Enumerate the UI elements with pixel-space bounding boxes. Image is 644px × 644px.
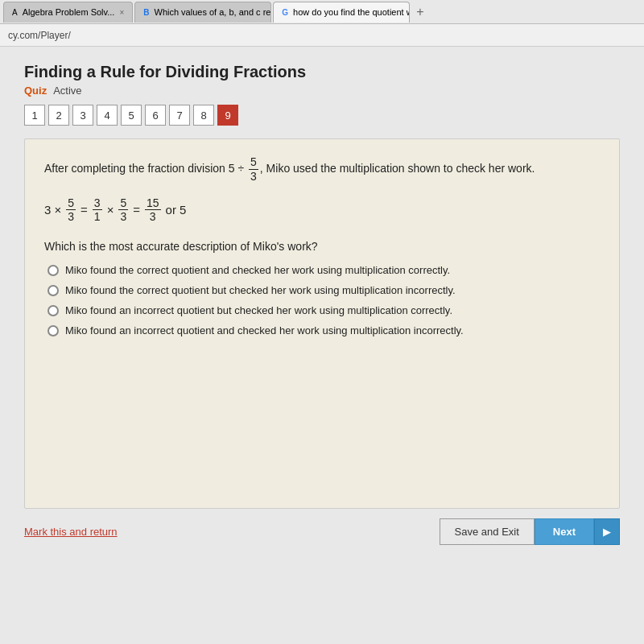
bottom-buttons: Save and Exit Next ▶ (440, 518, 620, 545)
math-frac-4-num: 15 (145, 196, 161, 211)
radio-3[interactable] (47, 305, 59, 316)
q-num-3[interactable]: 3 (72, 105, 93, 126)
question-card: After completing the fraction division 5… (24, 138, 620, 509)
tab-3-icon: G (282, 8, 288, 17)
math-frac-3: 5 3 (118, 196, 128, 225)
save-exit-button[interactable]: Save and Exit (440, 518, 535, 545)
inline-fraction: 53 (249, 155, 258, 184)
quiz-label: Quiz (24, 85, 47, 97)
browser-tabs: A Algebra Problem Solv... × B Which valu… (0, 0, 644, 24)
radio-2[interactable] (47, 285, 59, 296)
inline-fraction-num: 5 (249, 155, 258, 170)
option-2[interactable]: Miko found the correct quotient but chec… (47, 284, 600, 296)
url-text: cy.com/Player/ (8, 30, 71, 41)
math-frac-2: 3 1 (93, 196, 102, 225)
address-bar: cy.com/Player/ (0, 24, 644, 47)
math-frac-1: 5 3 (66, 196, 76, 225)
tab-3-label: how do you find the quotient wit... (293, 7, 410, 17)
tab-1-icon: A (12, 8, 18, 17)
tab-1[interactable]: A Algebra Problem Solv... × (3, 2, 133, 23)
tab-3[interactable]: G how do you find the quotient wit... × (273, 2, 410, 23)
math-frac-1-num: 5 (66, 196, 76, 211)
tab-2-label: Which values of a, b, and c repre... (155, 7, 272, 17)
tab-1-close[interactable]: × (119, 8, 124, 17)
question-intro: After completing the fraction division 5… (44, 155, 600, 184)
math-coeff: 3 × (44, 203, 61, 217)
mark-return-button[interactable]: Mark this and return (24, 526, 118, 538)
math-frac-2-num: 3 (93, 196, 102, 211)
math-or-5: or 5 (166, 203, 187, 217)
page-wrapper: Finding a Rule for Dividing Fractions Qu… (0, 47, 644, 644)
option-1-text: Miko found the correct quotient and chec… (65, 264, 450, 276)
bottom-bar: Mark this and return Save and Exit Next … (24, 509, 620, 545)
question-numbers: 1 2 3 4 5 6 7 8 9 (24, 105, 620, 126)
option-3-text: Miko found an incorrect quotient but che… (65, 304, 452, 316)
math-frac-4-den: 3 (148, 210, 158, 224)
quiz-status: Quiz Active (24, 85, 620, 97)
q-num-1[interactable]: 1 (24, 105, 45, 126)
q-num-2[interactable]: 2 (48, 105, 69, 126)
option-1[interactable]: Miko found the correct quotient and chec… (47, 264, 600, 276)
active-label: Active (53, 85, 81, 97)
q-num-6[interactable]: 6 (145, 105, 166, 126)
math-frac-3-den: 3 (118, 210, 128, 224)
radio-1[interactable] (47, 265, 59, 276)
new-tab-button[interactable]: + (411, 5, 428, 19)
option-4-text: Miko found an incorrect quotient and che… (65, 324, 464, 336)
next-button[interactable]: Next (535, 518, 594, 545)
math-equals-2: = (133, 203, 140, 217)
q-num-4[interactable]: 4 (97, 105, 118, 126)
option-2-text: Miko found the correct quotient but chec… (65, 284, 456, 296)
page-title: Finding a Rule for Dividing Fractions (24, 63, 620, 81)
tab-2-icon: B (143, 8, 149, 17)
math-times: × (107, 203, 114, 217)
option-4[interactable]: Miko found an incorrect quotient and che… (47, 324, 600, 336)
q-num-7[interactable]: 7 (169, 105, 190, 126)
tab-2[interactable]: B Which values of a, b, and c repre... × (134, 2, 271, 23)
math-display: 3 × 5 3 = 3 1 × 5 3 = 15 3 or 5 (44, 196, 600, 225)
q-num-9[interactable]: 9 (217, 105, 238, 126)
intro-text-before: After completing the fraction division 5… (44, 162, 247, 175)
inline-fraction-den: 3 (249, 170, 258, 184)
radio-4[interactable] (47, 325, 59, 336)
option-3[interactable]: Miko found an incorrect quotient but che… (47, 304, 600, 316)
math-frac-3-num: 5 (118, 196, 128, 211)
which-question: Which is the most accurate description o… (44, 240, 600, 253)
next-arrow-button[interactable]: ▶ (594, 518, 620, 545)
math-frac-1-den: 3 (66, 210, 76, 224)
tab-1-label: Algebra Problem Solv... (23, 7, 115, 17)
math-frac-4: 15 3 (145, 196, 161, 225)
answer-options: Miko found the correct quotient and chec… (44, 264, 600, 336)
math-equals-1: = (80, 203, 88, 217)
q-num-8[interactable]: 8 (193, 105, 214, 126)
intro-text-after: , Miko used the multiplication shown to … (260, 162, 535, 175)
q-num-5[interactable]: 5 (121, 105, 142, 126)
math-frac-2-den: 1 (93, 210, 102, 224)
